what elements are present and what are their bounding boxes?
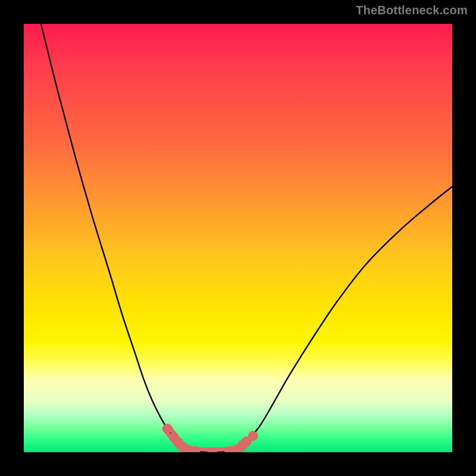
plot-area (24, 24, 452, 452)
watermark-text: TheBottleneck.com (356, 4, 468, 17)
accent-dot (248, 431, 258, 441)
chart-svg (24, 24, 452, 452)
outer-frame: TheBottleneck.com (0, 0, 476, 476)
curve-right-branch (238, 187, 452, 449)
accent-dot (162, 424, 173, 434)
curve-left-branch (41, 24, 187, 450)
accent-dots-group (162, 424, 258, 452)
